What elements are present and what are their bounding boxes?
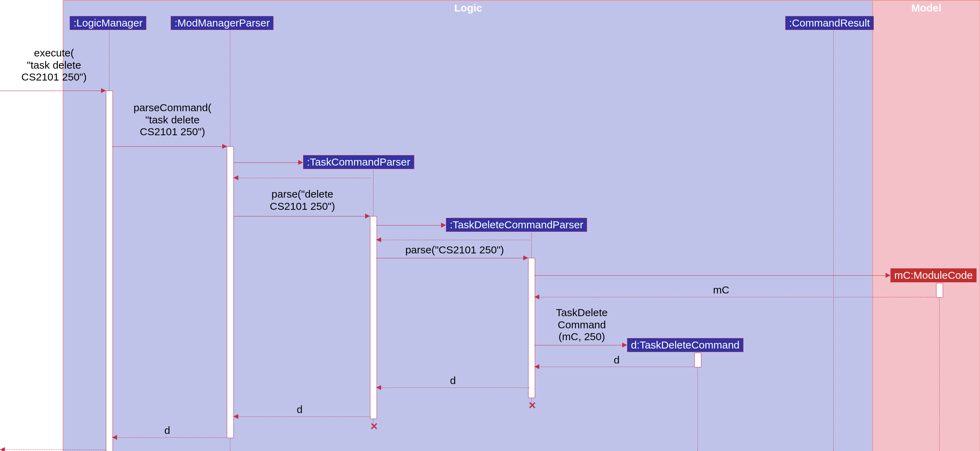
arrowhead-return-tdcp — [376, 237, 381, 242]
participant-task-command-parser: :TaskCommandParser — [303, 155, 414, 169]
destroy-tcp: ✕ — [370, 422, 378, 432]
participant-mod-manager-parser: :ModManagerParser — [171, 16, 274, 30]
arrowhead-create-tdcp — [441, 223, 446, 228]
activation-task-delete-command — [694, 353, 701, 367]
lifeline-task-delete-command — [697, 353, 698, 451]
msg-d-2: d — [442, 375, 463, 387]
arrowhead-create-tdc — [622, 343, 627, 347]
lifeline-module-code — [939, 283, 940, 451]
arrowhead-create-mc — [886, 273, 891, 278]
msg-mc: mC — [686, 284, 756, 296]
arrowhead-return-final — [0, 447, 5, 451]
arrow-return-mc — [535, 297, 935, 297]
lifeline-command-result — [833, 31, 834, 451]
activation-logic-manager — [106, 91, 113, 451]
arrowhead-parse-delete — [365, 214, 370, 218]
arrow-return-tcp — [234, 178, 371, 178]
arrow-create-tdc — [535, 345, 622, 346]
msg-tdc-ctor: TaskDelete Command (mC, 250) — [542, 307, 622, 343]
msg-execute: execute( "task delete CS2101 250") — [5, 47, 103, 83]
msg-d-1: d — [606, 354, 627, 366]
participant-module-code: mC:ModuleCode — [891, 268, 977, 282]
destroy-tdcp: ✕ — [528, 401, 536, 411]
arrow-return-d1 — [535, 367, 695, 367]
activation-task-delete-command-parser — [528, 258, 535, 398]
frame-model-title: Model — [912, 2, 942, 14]
participant-task-delete-command: d:TaskDeleteCommand — [627, 338, 743, 352]
arrow-return-d3 — [234, 416, 371, 417]
arrow-return-tdcp — [376, 240, 530, 240]
activation-task-command-parser — [370, 216, 377, 419]
arrowhead-return-mc — [535, 295, 539, 300]
arrow-return-final — [0, 449, 106, 450]
arrow-parse-args — [376, 258, 523, 258]
msg-parse-command: parseCommand( "task delete CS2101 250") — [115, 102, 230, 138]
frame-logic-title: Logic — [454, 2, 482, 14]
arrow-return-d2 — [376, 387, 530, 388]
arrow-parse-delete — [234, 216, 365, 217]
arrow-create-tcp — [234, 163, 300, 163]
arrowhead-parse-args — [523, 255, 528, 260]
msg-d-3: d — [289, 403, 310, 416]
msg-parse-args: parse("CS2101 250") — [382, 244, 528, 256]
msg-parse-delete: parse("delete CS2101 250") — [247, 188, 358, 212]
arrowhead-parse-command — [222, 144, 227, 149]
frame-model: Model — [872, 0, 980, 451]
msg-d-4: d — [157, 424, 178, 437]
arrowhead-return-tcp — [234, 175, 238, 180]
arrowhead-return-d1 — [535, 364, 539, 369]
activation-module-code — [936, 283, 943, 298]
arrow-execute — [0, 91, 101, 91]
arrowhead-return-d2 — [376, 385, 381, 390]
sequence-diagram: Logic Model :LogicManager :ModManagerPar… — [0, 0, 980, 451]
participant-logic-manager: :LogicManager — [70, 16, 146, 30]
participant-task-delete-command-parser: :TaskDeleteCommandParser — [446, 218, 587, 232]
activation-mod-manager-parser — [227, 147, 234, 438]
participant-command-result: :CommandResult — [785, 16, 874, 30]
arrow-parse-command — [112, 147, 222, 147]
arrowhead-return-d4 — [112, 435, 117, 440]
arrowhead-create-tcp — [298, 160, 303, 165]
arrow-create-mc — [535, 275, 886, 276]
arrowhead-return-d3 — [234, 414, 238, 419]
arrow-return-d4 — [112, 437, 227, 438]
arrowhead-execute — [101, 88, 106, 93]
